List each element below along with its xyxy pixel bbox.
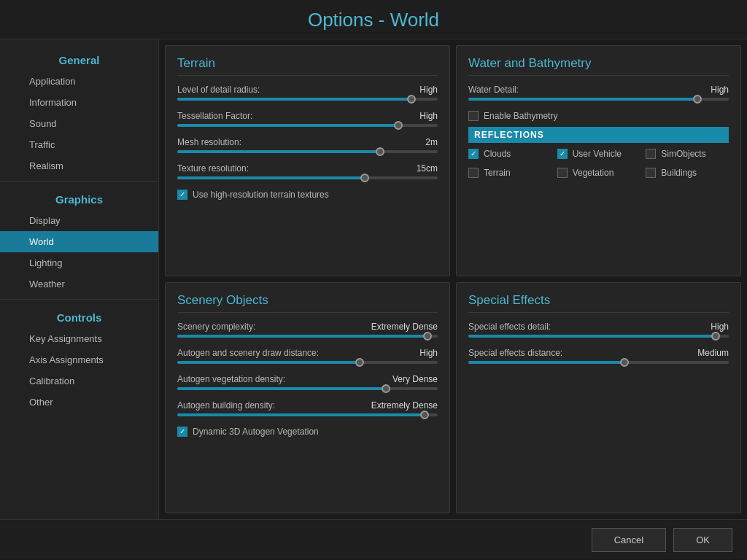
sidebar-item-application[interactable]: Application <box>0 71 158 92</box>
special-effects-panel: Special Effects Special effects detail: … <box>456 282 741 513</box>
slider-fxdist-fill <box>468 361 624 364</box>
slider-mesh-value: 2m <box>425 137 438 147</box>
page-title: Options - World <box>308 9 439 31</box>
slider-lod-thumb[interactable] <box>407 95 416 104</box>
sidebar-item-sound[interactable]: Sound <box>0 113 158 134</box>
slider-fxdist-value: Medium <box>697 348 729 358</box>
dynamic-autogen-checkbox-row[interactable]: Dynamic 3D Autogen Vegetation <box>177 427 438 437</box>
ok-button[interactable]: OK <box>673 528 732 552</box>
slider-sc-value: Extremely Dense <box>371 322 438 332</box>
reflect-simobjects-row[interactable]: SimObjects <box>646 149 729 159</box>
sidebar-section-controls: Controls <box>0 304 158 328</box>
hires-terrain-checkbox[interactable] <box>177 190 187 200</box>
water-title: Water and Bathymetry <box>468 56 729 76</box>
slider-ab-track[interactable] <box>177 413 438 416</box>
sidebar-item-axis-assignments[interactable]: Axis Assignments <box>0 349 158 370</box>
sidebar-item-calibration[interactable]: Calibration <box>0 370 158 392</box>
slider-fx-detail: Special effects detail: High <box>468 322 729 338</box>
slider-tess-value: High <box>419 111 438 121</box>
reflect-vegetation-label: Vegetation <box>573 168 614 178</box>
slider-av-track[interactable] <box>177 387 438 390</box>
sidebar-section-graphics: Graphics <box>0 186 158 210</box>
reflect-uservehicle-checkbox[interactable] <box>557 149 568 159</box>
reflect-buildings-label: Buildings <box>661 168 697 178</box>
sidebar-item-other[interactable]: Other <box>0 392 158 413</box>
slider-tex-thumb[interactable] <box>360 174 369 182</box>
slider-fxd-thumb[interactable] <box>711 332 720 341</box>
slider-tess-track[interactable] <box>177 124 438 127</box>
sidebar-item-display[interactable]: Display <box>0 210 158 231</box>
slider-ad-value: High <box>419 348 438 358</box>
slider-ad-label: Autogen and scenery draw distance: <box>177 348 319 358</box>
slider-fxdist-thumb[interactable] <box>620 358 629 367</box>
slider-ad-thumb[interactable] <box>355 358 364 367</box>
reflect-vegetation-row[interactable]: Vegetation <box>557 168 640 178</box>
slider-lod-label: Level of detail radius: <box>177 85 260 95</box>
reflections-grid: Clouds User Vehicle SimObjects Terrain V… <box>468 149 729 184</box>
slider-sc-thumb[interactable] <box>423 332 432 341</box>
slider-autogen-building: Autogen building density: Extremely Dens… <box>177 400 438 416</box>
slider-water-thumb[interactable] <box>693 95 702 104</box>
terrain-panel: Terrain Level of detail radius: High Tes… <box>165 45 450 276</box>
reflect-clouds-checkbox[interactable] <box>468 149 479 159</box>
slider-mesh-track[interactable] <box>177 150 438 153</box>
cancel-button[interactable]: Cancel <box>592 528 666 552</box>
hires-terrain-checkbox-row[interactable]: Use high-resolution terrain textures <box>177 190 438 200</box>
reflect-buildings-row[interactable]: Buildings <box>646 168 729 178</box>
slider-mesh-thumb[interactable] <box>376 147 384 156</box>
slider-av-value: Very Dense <box>392 374 438 384</box>
special-effects-title: Special Effects <box>468 293 729 313</box>
slider-mesh-label: Mesh resolution: <box>177 137 241 147</box>
scenery-panel: Scenery Objects Scenery complexity: Extr… <box>165 282 450 513</box>
slider-water-label: Water Detail: <box>468 85 519 95</box>
slider-tex-value: 15cm <box>417 163 438 174</box>
reflect-clouds-row[interactable]: Clouds <box>468 149 551 159</box>
slider-tess-thumb[interactable] <box>394 121 403 130</box>
slider-tess-fill <box>177 124 398 127</box>
hires-terrain-label: Use high-resolution terrain textures <box>193 190 329 200</box>
sidebar: General Application Information Sound Tr… <box>0 39 159 519</box>
sidebar-item-lighting[interactable]: Lighting <box>0 252 158 273</box>
reflect-terrain-checkbox[interactable] <box>468 168 479 178</box>
reflect-terrain-row[interactable]: Terrain <box>468 168 551 178</box>
slider-ab-thumb[interactable] <box>420 411 429 419</box>
slider-tex-track[interactable] <box>177 176 438 179</box>
main-layout: General Application Information Sound Tr… <box>0 39 747 519</box>
bathymetry-label: Enable Bathymetry <box>484 111 557 121</box>
slider-lod-track[interactable] <box>177 98 438 101</box>
water-panel: Water and Bathymetry Water Detail: High … <box>456 45 741 276</box>
sidebar-section-general: General <box>0 47 158 71</box>
bathymetry-checkbox-row[interactable]: Enable Bathymetry <box>468 111 729 121</box>
slider-ad-fill <box>177 361 360 364</box>
sidebar-item-information[interactable]: Information <box>0 92 158 113</box>
slider-fxdist-track[interactable] <box>468 361 729 364</box>
reflect-simobjects-checkbox[interactable] <box>646 149 656 159</box>
reflect-buildings-checkbox[interactable] <box>646 168 656 178</box>
sidebar-item-realism[interactable]: Realism <box>0 155 158 176</box>
reflect-uservehicle-row[interactable]: User Vehicle <box>557 149 640 159</box>
bathymetry-checkbox[interactable] <box>468 111 479 121</box>
slider-ad-track[interactable] <box>177 361 438 364</box>
slider-water-track[interactable] <box>468 98 729 101</box>
slider-mesh-fill <box>177 150 380 153</box>
slider-fxd-label: Special effects detail: <box>468 322 551 332</box>
slider-tess-label: Tessellation Factor: <box>177 111 252 121</box>
reflections-header: REFLECTIONS <box>468 127 729 143</box>
sidebar-item-key-assignments[interactable]: Key Assignments <box>0 328 158 349</box>
slider-fxd-fill <box>468 335 716 338</box>
slider-fxdist-label: Special effects distance: <box>468 348 562 358</box>
sidebar-item-traffic[interactable]: Traffic <box>0 134 158 155</box>
title-bar: Options - World <box>0 0 747 39</box>
slider-sc-track[interactable] <box>177 335 438 338</box>
slider-fxd-track[interactable] <box>468 335 729 338</box>
slider-lod-radius: Level of detail radius: High <box>177 85 438 101</box>
slider-lod-value: High <box>419 85 438 95</box>
reflect-vegetation-checkbox[interactable] <box>557 168 568 178</box>
dynamic-autogen-checkbox[interactable] <box>177 427 187 437</box>
slider-texture-res: Texture resolution: 15cm <box>177 163 438 179</box>
slider-fxd-value: High <box>711 322 729 332</box>
slider-av-thumb[interactable] <box>382 384 390 393</box>
slider-av-label: Autogen vegetation density: <box>177 374 285 384</box>
sidebar-item-world[interactable]: World <box>0 231 158 252</box>
sidebar-item-weather[interactable]: Weather <box>0 273 158 295</box>
